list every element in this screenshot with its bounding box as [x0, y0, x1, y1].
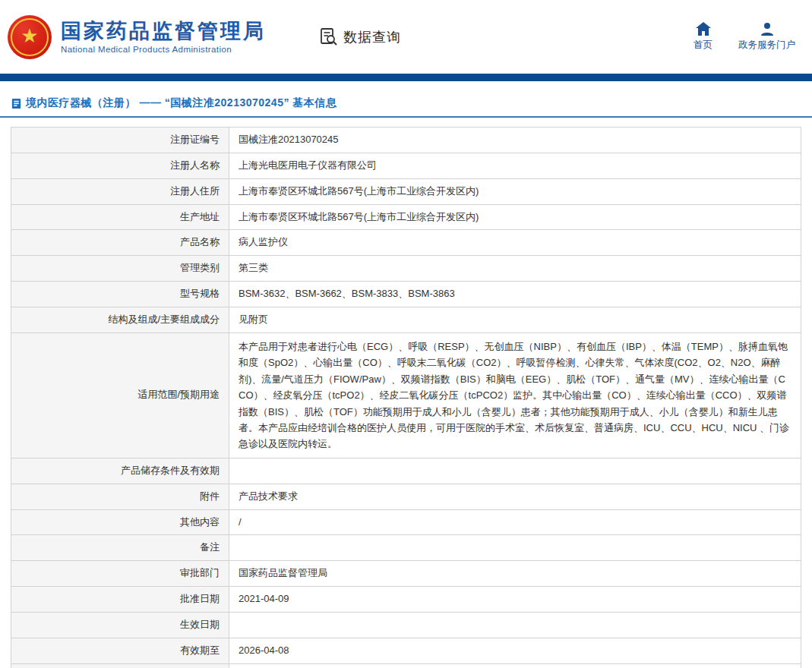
- row-value: /: [229, 509, 801, 535]
- table-row: 产品名称病人监护仪: [11, 230, 801, 256]
- row-label: 有效期至: [11, 638, 229, 663]
- row-value: 病人监护仪: [229, 230, 801, 256]
- table-row: 其他内容/: [11, 509, 801, 535]
- table-row: 注册人名称上海光电医用电子仪器有限公司: [11, 153, 801, 178]
- row-label: 产品储存条件及有效期: [11, 458, 229, 484]
- row-value: 上海市奉贤区环城北路567号(上海市工业综合开发区内): [229, 204, 801, 230]
- row-label: 生效日期: [11, 612, 229, 638]
- page: ★ 国家药品监督管理局 National Medical Products Ad…: [0, 0, 812, 668]
- row-value: 本产品用于对患者进行心电（ECG）、呼吸（RESP）、无创血压（NIBP）、有创…: [229, 332, 801, 458]
- user-icon: [760, 22, 774, 36]
- row-label: 附件: [11, 484, 229, 509]
- row-value: [229, 535, 801, 561]
- data-query-label: 数据查询: [343, 28, 401, 46]
- row-value: 国家药品监督管理局: [229, 561, 801, 587]
- breadcrumb-home-icon: [11, 98, 22, 109]
- row-label: 型号规格: [11, 282, 229, 307]
- row-label: 生产地址: [11, 204, 229, 230]
- nav-portal-label: 政务服务门户: [738, 39, 795, 52]
- row-label: 备注: [11, 535, 229, 561]
- registration-info-table: 注册证编号国械注准20213070245注册人名称上海光电医用电子仪器有限公司注…: [11, 127, 801, 668]
- row-value: 国械注准20213070245: [229, 128, 801, 153]
- row-value: 上海光电医用电子仪器有限公司: [229, 153, 801, 178]
- nav-portal[interactable]: 政务服务门户: [738, 22, 795, 52]
- table-row: 生效日期: [11, 612, 801, 638]
- table-row: 管理类别第三类: [11, 256, 801, 282]
- data-query-nav[interactable]: 数据查询: [319, 27, 401, 47]
- row-value: 2021-04-09: [229, 587, 801, 613]
- row-label: 注册人住所: [11, 178, 229, 204]
- breadcrumb-text: 境内医疗器械（注册） —— “国械注准20213070245” 基本信息: [26, 96, 336, 110]
- nav-home[interactable]: 首页: [694, 22, 712, 52]
- row-value: [229, 458, 801, 484]
- table-row: 附件产品技术要求: [11, 484, 801, 509]
- row-label: 批准日期: [11, 587, 229, 613]
- top-right-nav: 首页 政务服务门户: [694, 22, 801, 52]
- table-row: 有效期至2026-04-08: [11, 638, 801, 663]
- row-value: 见附页: [229, 307, 801, 332]
- table-row: 审批部门国家药品监督管理局: [11, 561, 801, 587]
- document-search-icon: [319, 27, 339, 47]
- registration-info-section: 注册证编号国械注准20213070245注册人名称上海光电医用电子仪器有限公司注…: [0, 118, 812, 668]
- row-value: 2026-04-08: [229, 638, 801, 663]
- row-value: [229, 612, 801, 638]
- table-row: 注册证编号国械注准20213070245: [11, 128, 801, 153]
- org-name-en: National Medical Products Administration: [61, 45, 266, 54]
- table-row: 注册人住所上海市奉贤区环城北路567号(上海市工业综合开发区内): [11, 178, 801, 204]
- table-row: 生产地址上海市奉贤区环城北路567号(上海市工业综合开发区内): [11, 204, 801, 230]
- home-icon: [696, 22, 711, 36]
- row-label: 注册证编号: [11, 128, 229, 153]
- row-value: 产品技术要求: [229, 484, 801, 509]
- row-label: 管理类别: [11, 256, 229, 282]
- table-row: 批准日期2021-04-09: [11, 587, 801, 613]
- row-label: 审批部门: [11, 561, 229, 587]
- nmpa-emblem-logo: ★: [8, 15, 52, 59]
- row-value: 上海市奉贤区环城北路567号(上海市工业综合开发区内): [229, 178, 801, 204]
- row-label: 产品名称: [11, 230, 229, 256]
- org-title-block: 国家药品监督管理局 National Medical Products Admi…: [61, 20, 266, 54]
- table-row: 适用范围/预期用途本产品用于对患者进行心电（ECG）、呼吸（RESP）、无创血压…: [11, 332, 801, 458]
- breadcrumb: 境内医疗器械（注册） —— “国械注准20213070245” 基本信息: [0, 96, 812, 118]
- org-name-cn: 国家药品监督管理局: [61, 20, 266, 43]
- table-row: 产品储存条件及有效期: [11, 458, 801, 484]
- row-label: 结构及组成/主要组成成分: [11, 307, 229, 332]
- table-row: 变更情况: [11, 663, 801, 668]
- site-header: ★ 国家药品监督管理局 National Medical Products Ad…: [0, 0, 812, 74]
- emblem-star-icon: ★: [21, 26, 38, 46]
- table-row: 备注: [11, 535, 801, 561]
- header-divider-bar: [0, 74, 812, 81]
- table-row: 结构及组成/主要组成成分见附页: [11, 307, 801, 332]
- row-label: 其他内容: [11, 509, 229, 535]
- row-value: 第三类: [229, 256, 801, 282]
- table-row: 型号规格BSM-3632、BSM-3662、BSM-3833、BSM-3863: [11, 282, 801, 307]
- row-value: BSM-3632、BSM-3662、BSM-3833、BSM-3863: [229, 282, 801, 307]
- row-label: 适用范围/预期用途: [11, 332, 229, 458]
- row-label: 变更情况: [11, 663, 229, 668]
- row-value: [229, 663, 801, 668]
- row-label: 注册人名称: [11, 153, 229, 178]
- nav-home-label: 首页: [694, 39, 712, 52]
